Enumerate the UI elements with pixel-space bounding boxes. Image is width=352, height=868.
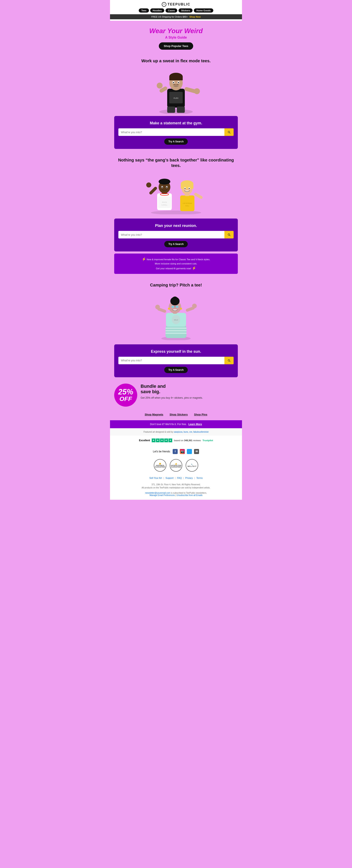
nav-tees[interactable]: Tees (139, 8, 149, 12)
svg-point-65 (180, 308, 182, 310)
svg-text:ROLL: ROLL (185, 205, 189, 207)
shop-pins-link[interactable]: Shop Pins (194, 413, 207, 416)
footer-newsletter: newsletter@youremail.com is subscribed t… (110, 490, 242, 500)
manage-preferences-link[interactable]: Manage Email Preferences (150, 494, 175, 496)
footer-credit: Featured art designed & sold by sawpizza… (110, 428, 242, 436)
hero-title: Wear Your Weird (114, 27, 238, 35)
svg-point-15 (194, 88, 200, 94)
badges-row: 😊 HAPPINESS GUARANTEED 👍 SATISFACTION GU… (110, 456, 242, 474)
reunion-image-area: ROCK N ROLL CAT-IFORNIA ROLL (110, 170, 242, 216)
shop-magnets-link[interactable]: Shop Magnets (145, 413, 163, 416)
discount-off: OFF (119, 396, 132, 402)
bundle-description: Get 25% off when you buy 4+ stickers, pi… (141, 396, 203, 400)
instagram-icon[interactable]: 📷 (180, 449, 185, 454)
svg-point-29 (166, 187, 167, 188)
svg-point-61 (155, 305, 160, 309)
logo-text: TEEPUBLIC (168, 2, 190, 6)
review-number: 348,361 (184, 439, 192, 442)
shop-stickers-link[interactable]: Shop Stickers (170, 413, 188, 416)
satisfaction-badge: 👍 SATISFACTION GUARANTEED (170, 459, 182, 472)
shipping-cta[interactable]: Shop Now (189, 16, 201, 18)
learn-more-link[interactable]: Learn More (188, 423, 202, 426)
reunion-search-heading: Plan your next reunion. (118, 223, 234, 228)
gym-search-input[interactable] (118, 128, 224, 136)
svg-point-42 (189, 188, 190, 189)
camping-search-button[interactable] (224, 357, 234, 364)
stars-row: ★ ★ ★ ★ ★ (152, 438, 172, 442)
gym-section-heading: Work up a sweat in flex mode tees. (110, 52, 242, 66)
svg-text:CAT-IFORNIA: CAT-IFORNIA (183, 203, 192, 204)
happiness-badge: 😊 HAPPINESS GUARANTEED (154, 459, 166, 472)
camping-search-row (118, 357, 234, 364)
shop-links-row: Shop Magnets Shop Stickers Shop Pins (110, 411, 242, 420)
discount-percent: 25% (118, 388, 133, 396)
svg-point-0 (159, 109, 193, 114)
svg-rect-58 (176, 306, 178, 308)
gym-try-search-button[interactable]: Try A Search (164, 138, 188, 145)
shop-popular-tees-button[interactable]: Shop Popular Tees (159, 42, 193, 50)
logo-icon: T (162, 2, 166, 7)
shipping-text: FREE US Shipping for Orders $80+ (151, 16, 188, 18)
gym-search-button[interactable] (224, 128, 234, 136)
site-header: T TEEPUBLIC Tees Hoodies Cases Stickers … (110, 0, 242, 21)
svg-rect-17 (177, 106, 185, 113)
artist-links[interactable]: sawpizza, buns, cre, fabulousfeminist (174, 431, 209, 433)
gym-image-area: FLEX (110, 66, 242, 114)
camping-search-input[interactable] (118, 357, 224, 364)
shipping-banner: FREE US Shipping for Orders $80+ Shop No… (110, 14, 242, 19)
hero-section: Wear Your Weird A Style Guide Shop Popul… (110, 21, 242, 52)
svg-rect-16 (167, 106, 175, 113)
privacy-link[interactable]: Privacy (185, 477, 193, 479)
social-row: Let's be friends: f 📷 🐦 ✉ (110, 447, 242, 456)
svg-rect-46 (166, 326, 186, 338)
logo-area: T TEEPUBLIC (110, 2, 242, 7)
address-line1: 371, 19th St. Floor 4, New York. All Rig… (114, 483, 238, 486)
nav-cases[interactable]: Cases (166, 8, 177, 12)
camping-search-heading: Express yourself in the sun. (118, 349, 234, 354)
facebook-icon[interactable]: f (173, 449, 178, 454)
svg-rect-43 (193, 192, 203, 199)
support-link[interactable]: Support (166, 477, 174, 479)
reunion-search-icon (227, 233, 231, 236)
sell-your-art-link[interactable]: Sell Your Art (149, 477, 162, 479)
camping-section-heading: Camping trip? Pitch a tee! (110, 276, 242, 290)
gym-person-illustration: FLEX (149, 66, 203, 114)
reunion-heading: Nothing says “the gang’s back together” … (114, 157, 238, 168)
bundle-heading-line2: save big. (141, 389, 160, 394)
svg-point-28 (162, 187, 163, 188)
nav-home-goods[interactable]: Home Goods (194, 8, 213, 12)
gym-heading: Work up a sweat in flex mode tees. (114, 58, 238, 64)
unsubscribe-link[interactable]: Unsubscribe from all Emails (176, 494, 202, 496)
fix-bar: Don’t love it? We’ll fix it. For free. L… (110, 420, 242, 428)
nav-stickers[interactable]: Stickers (178, 8, 192, 12)
hero-subtitle: A Style Guide (114, 36, 238, 39)
svg-point-41 (185, 188, 186, 189)
footer-address: 371, 19th St. Floor 4, New York. All Rig… (110, 481, 242, 490)
reunion-search-input[interactable] (118, 231, 224, 239)
twitter-icon[interactable]: 🐦 (187, 449, 192, 454)
main-nav: Tees Hoodies Cases Stickers Home Goods (110, 8, 242, 12)
address-line2: All products on the TeePublic marketplac… (114, 486, 238, 489)
bolt-left-icon: ⚡ (142, 257, 146, 261)
star-2: ★ (156, 438, 160, 442)
camping-person-illustration: WILD (149, 292, 203, 340)
svg-rect-30 (149, 186, 157, 195)
gym-search-box: Make a statement at the gym. Try A Searc… (114, 116, 238, 149)
nav-hoodies[interactable]: Hoodies (150, 8, 164, 12)
reunion-try-search-button[interactable]: Try A Search (164, 241, 188, 247)
newsletter-email[interactable]: newsletter@youremail.com (145, 492, 170, 494)
email-icon[interactable]: ✉ (194, 449, 199, 454)
faq-link[interactable]: FAQ (177, 477, 182, 479)
camping-image-area: WILD (110, 290, 242, 342)
camping-search-icon (227, 359, 231, 362)
reunion-search-button[interactable] (224, 231, 234, 239)
svg-point-10 (173, 82, 174, 83)
svg-rect-22 (158, 196, 171, 208)
star-5: ★ (169, 438, 172, 442)
gym-search-heading: Make a statement at the gym. (118, 121, 234, 125)
svg-rect-38 (181, 184, 193, 189)
svg-rect-48 (166, 330, 186, 331)
terms-link[interactable]: Terms (196, 477, 203, 479)
social-label: Let's be friends: (153, 450, 171, 453)
camping-try-search-button[interactable]: Try A Search (164, 367, 188, 373)
